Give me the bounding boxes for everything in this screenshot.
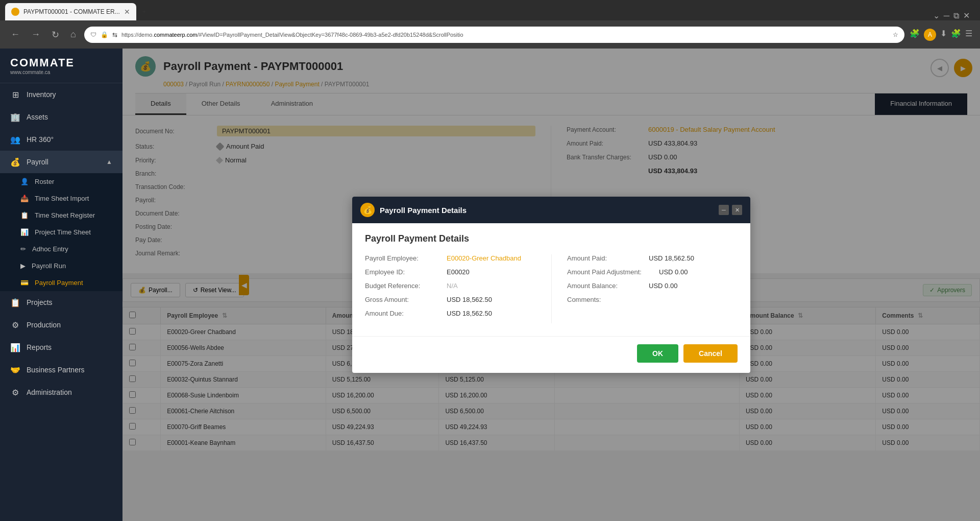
dialog-row-balance: Amount Balance: USD 0.00: [567, 282, 738, 290]
dialog-row-empid: Employee ID: E00020: [365, 268, 551, 276]
sidebar-label-inventory: Inventory: [27, 90, 56, 99]
sidebar-item-time-sheet-register[interactable]: 📋 Time Sheet Register: [0, 207, 122, 224]
dialog-employee-label: Payroll Employee:: [365, 254, 447, 262]
sidebar-item-business-partners[interactable]: 🤝 Business Partners: [0, 359, 122, 381]
dialog-budget-label: Budget Reference:: [365, 282, 447, 290]
dialog-content-grid: Payroll Employee: E00020-Greer Chadband …: [365, 254, 738, 323]
forward-button[interactable]: →: [28, 27, 43, 42]
dialog-adj-value: USD 0.00: [659, 268, 688, 276]
menu-button[interactable]: ☰: [965, 29, 972, 41]
dialog-comments-label: Comments:: [567, 296, 649, 303]
dialog-ok-button[interactable]: OK: [637, 344, 678, 363]
sidebar-item-production[interactable]: ⚙ Production: [0, 314, 122, 336]
dialog-row-amount-due: Amount Due: USD 18,562.50: [365, 310, 551, 317]
logo-sub: www.commate.ca: [10, 69, 112, 75]
sidebar-item-project-time-sheet[interactable]: 📊 Project Time Sheet: [0, 224, 122, 241]
lock-icon: 🔒: [101, 31, 108, 38]
dialog-gross-label: Gross Amount:: [365, 296, 447, 303]
sidebar-item-payroll[interactable]: 💰 Payroll ▲: [0, 151, 122, 173]
dialog-employee-link[interactable]: E00020-Greer Chadband: [447, 254, 521, 262]
back-button[interactable]: ←: [8, 27, 23, 42]
minimize-button[interactable]: ─: [944, 11, 949, 20]
sidebar-label-payroll-run: Payroll Run: [32, 262, 66, 270]
tab-favicon: [11, 8, 19, 16]
grid-icon: ⊞: [10, 89, 20, 100]
tab-title: PAYPMT000001 - COMMATE ER...: [23, 8, 120, 15]
dialog-amount-paid-value: USD 18,562.50: [649, 254, 694, 262]
building-icon: 🏢: [10, 112, 20, 122]
star-icon[interactable]: ☆: [893, 31, 898, 38]
dialog-close-button[interactable]: ✕: [732, 205, 742, 215]
dialog-employee-value: E00020-Greer Chadband: [447, 254, 521, 262]
sidebar-item-time-sheet-import[interactable]: 📥 Time Sheet Import: [0, 190, 122, 207]
dialog-right-col: Amount Paid: USD 18,562.50 Amount Paid A…: [551, 254, 738, 323]
security-icon: 🛡: [90, 31, 96, 38]
tab-list-button[interactable]: ⌄: [933, 11, 940, 20]
projects-icon: 📋: [10, 297, 20, 307]
new-tab-button[interactable]: +: [136, 3, 157, 20]
url-bar[interactable]: 🛡 🔒 ⇆ https://demo.commateerp.com/#ViewI…: [84, 27, 904, 43]
dialog-title: Payroll Payment Details: [380, 206, 714, 215]
app-wrapper: COMMATE www.commate.ca ⊞ Inventory 🏢 Ass…: [0, 49, 980, 521]
sidebar-item-assets[interactable]: 🏢 Assets: [0, 106, 122, 128]
close-window-button[interactable]: ✕: [963, 11, 970, 20]
tab-close-button[interactable]: ✕: [124, 8, 130, 16]
restore-button[interactable]: ⧉: [953, 11, 959, 20]
people-icon: 👥: [10, 134, 20, 145]
puzzle-button[interactable]: 🧩: [951, 29, 961, 41]
sidebar-label-time-sheet-import: Time Sheet Import: [35, 195, 89, 202]
dialog-amount-paid-label: Amount Paid:: [567, 254, 649, 262]
sidebar-item-payroll-run[interactable]: ▶ Payroll Run: [0, 257, 122, 274]
reload-button[interactable]: ↻: [48, 27, 62, 42]
sidebar-item-adhoc-entry[interactable]: ✏ Adhoc Entry: [0, 241, 122, 257]
dialog-footer: OK Cancel: [352, 336, 750, 373]
sidebar-label-project-time-sheet: Project Time Sheet: [35, 228, 91, 236]
adhoc-icon: ✏: [20, 245, 26, 253]
dialog-row-adj: Amount Paid Adjustment: USD 0.00: [567, 268, 738, 276]
sidebar-label-administration: Administration: [27, 388, 72, 396]
sidebar-item-roster[interactable]: 👤 Roster: [0, 173, 122, 190]
download-button[interactable]: ⬇: [940, 29, 947, 41]
home-button[interactable]: ⌂: [67, 27, 79, 42]
account-button[interactable]: A: [924, 29, 936, 41]
dialog-balance-label: Amount Balance:: [567, 282, 649, 290]
sidebar-item-inventory[interactable]: ⊞ Inventory: [0, 83, 122, 106]
dialog-amount-due-label: Amount Due:: [365, 310, 447, 317]
dialog-amount-due-value: USD 18,562.50: [447, 310, 492, 317]
dialog-header-icon: 💰: [360, 203, 375, 217]
sidebar-label-reports: Reports: [27, 343, 52, 351]
dialog-body-title: Payroll Payment Details: [365, 233, 738, 244]
dialog-gross-value: USD 18,562.50: [447, 296, 492, 303]
sidebar-item-projects[interactable]: 📋 Projects: [0, 291, 122, 314]
dialog-overlay: 💰 Payroll Payment Details ─ ✕ Payroll Pa…: [122, 49, 980, 521]
reports-icon: 📊: [10, 342, 20, 352]
import-icon: 📥: [20, 195, 29, 202]
sidebar-item-administration[interactable]: ⚙ Administration: [0, 381, 122, 404]
url-text: https://demo.commateerp.com/#ViewID=Payr…: [121, 32, 889, 38]
sidebar-label-adhoc-entry: Adhoc Entry: [32, 245, 68, 253]
sidebar-item-hr360[interactable]: 👥 HR 360°: [0, 128, 122, 151]
sidebar-label-payroll: Payroll: [27, 158, 48, 166]
browser-controls: ← → ↻ ⌂ 🛡 🔒 ⇆ https://demo.commateerp.co…: [0, 20, 980, 49]
payroll-icon: 💰: [10, 157, 20, 167]
sidebar-logo: COMMATE www.commate.ca: [0, 49, 122, 83]
dialog-row-amount-paid: Amount Paid: USD 18,562.50: [567, 254, 738, 262]
bookmark-icon: ⇆: [112, 31, 117, 38]
register-icon: 📋: [20, 211, 29, 219]
dialog-row-comments: Comments:: [567, 296, 738, 303]
sidebar-label-projects: Projects: [27, 298, 53, 306]
dialog-body: Payroll Payment Details Payroll Employee…: [352, 223, 750, 336]
browser-actions: 🧩 A ⬇ 🧩 ☰: [910, 29, 972, 41]
dialog-cancel-button[interactable]: Cancel: [683, 344, 738, 363]
dialog-minimize-button[interactable]: ─: [719, 205, 729, 215]
dialog-empid-label: Employee ID:: [365, 268, 447, 276]
sidebar-item-reports[interactable]: 📊 Reports: [0, 336, 122, 359]
dialog-balance-value: USD 0.00: [649, 282, 677, 290]
admin-icon: ⚙: [10, 387, 20, 397]
project-icon: 📊: [20, 228, 29, 236]
dialog-budget-value: N/A: [447, 282, 458, 290]
extensions-button[interactable]: 🧩: [910, 29, 920, 41]
dialog-row-employee: Payroll Employee: E00020-Greer Chadband: [365, 254, 551, 262]
sidebar-item-payroll-payment[interactable]: 💳 Payroll Payment: [0, 274, 122, 291]
browser-tab-active[interactable]: PAYPMT000001 - COMMATE ER... ✕: [5, 3, 136, 20]
